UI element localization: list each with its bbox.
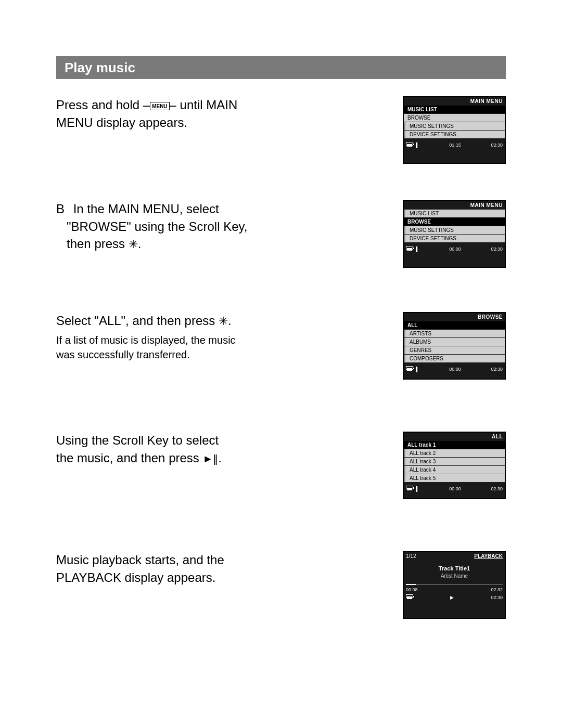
screen-a-battery: ▌ bbox=[406, 142, 419, 148]
screen-b-row-0: MUSIC LIST bbox=[404, 210, 505, 217]
step-d: Using the Scroll Key to selectthe music,… bbox=[56, 432, 506, 499]
screen-e-end-time: 02:32 bbox=[491, 587, 503, 592]
screen-e-title-right: PLAYBACK bbox=[474, 553, 503, 559]
screen-e-track-num: 1/12 bbox=[406, 553, 416, 559]
screen-b-total: 02:30 bbox=[491, 246, 503, 252]
screen-d-footer: ▌ 00:00 02:30 bbox=[404, 484, 505, 493]
screen-c-row-0: ALL bbox=[404, 321, 505, 329]
screen-b-footer: ▌ 00:00 02:30 bbox=[404, 244, 505, 253]
step-c-text: Select "ALL", and then press ✳. If a lis… bbox=[56, 312, 392, 362]
page-title-banner: Play music bbox=[56, 56, 506, 79]
screen-b-time: 00:00 bbox=[449, 246, 461, 252]
screen-a-row-2: MUSIC SETTINGS bbox=[404, 122, 505, 130]
center-key-icon-b: ✳ bbox=[129, 237, 138, 253]
screen-e-time-row: 00:08 02:32 bbox=[406, 587, 503, 592]
step-a-text: Press and hold –MENU– until MAINMENU dis… bbox=[56, 96, 392, 131]
screen-c-row-3: GENRES bbox=[404, 346, 505, 354]
step-b: B In the MAIN MENU, select "BROWSE" usin… bbox=[56, 200, 506, 268]
page-title: Play music bbox=[65, 60, 135, 76]
screen-e-battery-bottom bbox=[406, 594, 413, 600]
screen-a-footer: ▌ 01:15 02:30 bbox=[404, 140, 505, 149]
screen-c: BROWSE ALL ARTISTS ALBUMS GENRES COMPOSE… bbox=[403, 312, 506, 380]
screen-e-header: 1/12 PLAYBACK bbox=[404, 552, 505, 560]
step-b-paragraph: B In the MAIN MENU, select "BROWSE" usin… bbox=[56, 200, 392, 253]
screen-e-progress: 00:08 02:32 bbox=[404, 581, 505, 593]
menu-key-icon: MENU bbox=[150, 102, 169, 110]
step-a: Press and hold –MENU– until MAINMENU dis… bbox=[56, 96, 506, 164]
screen-d-row-2: ALL track 3 bbox=[404, 458, 505, 465]
screen-e-play-total: 02:30 bbox=[491, 595, 503, 600]
battery-icon-d bbox=[406, 486, 413, 489]
screen-d-row-4: ALL track 5 bbox=[404, 474, 505, 482]
screen-a: MAIN MENU MUSIC LIST BROWSE MUSIC SETTIN… bbox=[403, 96, 506, 164]
screen-e-progress-fill bbox=[406, 584, 416, 585]
screen-a-row-0: MUSIC LIST bbox=[404, 106, 505, 113]
battery-icon-c bbox=[406, 366, 413, 370]
screen-b-row-2: MUSIC SETTINGS bbox=[404, 226, 505, 234]
screen-e-play-row: ▶ 02:30 bbox=[404, 593, 505, 602]
screen-c-battery: ▌ bbox=[406, 366, 419, 372]
screen-a-row-3: DEVICE SETTINGS bbox=[404, 131, 505, 138]
screen-e-progress-bar bbox=[406, 584, 503, 585]
step-e-text: Music playback starts, and thePLAYBACK d… bbox=[56, 551, 392, 586]
step-e-paragraph: Music playback starts, and thePLAYBACK d… bbox=[56, 551, 392, 586]
center-key-icon-c: ✳ bbox=[219, 314, 228, 330]
screen-e-artist-name: Artist Name bbox=[406, 573, 503, 579]
step-b-text: B In the MAIN MENU, select "BROWSE" usin… bbox=[56, 200, 392, 253]
screen-b-row-3: DEVICE SETTINGS bbox=[404, 235, 505, 242]
step-c-sub: If a list of music is displayed, the mus… bbox=[56, 333, 392, 362]
battery-icon bbox=[406, 142, 413, 146]
screen-d-time: 00:00 bbox=[449, 486, 461, 491]
step-d-paragraph: Using the Scroll Key to selectthe music,… bbox=[56, 432, 392, 466]
step-a-paragraph: Press and hold –MENU– until MAINMENU dis… bbox=[56, 96, 392, 131]
screen-e: 1/12 PLAYBACK Track Title1 Artist Name 0… bbox=[403, 551, 506, 619]
screen-a-row-1: BROWSE bbox=[404, 114, 505, 122]
screen-b-header: MAIN MENU bbox=[404, 201, 505, 209]
screen-c-row-1: ARTISTS bbox=[404, 330, 505, 337]
screen-c-row-2: ALBUMS bbox=[404, 338, 505, 346]
screen-d-header: ALL bbox=[404, 433, 505, 440]
screen-c-time: 00:00 bbox=[449, 367, 461, 372]
screen-e-track-info: Track Title1 Artist Name bbox=[404, 560, 505, 581]
screen-c-footer: ▌ 00:00 02:30 bbox=[404, 365, 505, 373]
screen-b-battery: ▌ bbox=[406, 246, 419, 252]
screen-b-row-1: BROWSE bbox=[404, 218, 505, 226]
screen-c-header: BROWSE bbox=[404, 313, 505, 321]
screen-c-total: 02:30 bbox=[491, 367, 503, 372]
step-c: Select "ALL", and then press ✳. If a lis… bbox=[56, 312, 506, 380]
battery-icon-b bbox=[406, 246, 413, 250]
screen-a-header: MAIN MENU bbox=[404, 97, 505, 105]
step-b-letter: B bbox=[56, 202, 65, 216]
screen-d-row-0: ALL track 1 bbox=[404, 441, 505, 449]
screen-d-row-3: ALL track 4 bbox=[404, 466, 505, 474]
screen-c-row-4: COMPOSERS bbox=[404, 355, 505, 362]
screen-d-battery: ▌ bbox=[406, 486, 419, 491]
step-e: Music playback starts, and thePLAYBACK d… bbox=[56, 551, 506, 619]
screen-a-time: 01:15 bbox=[449, 142, 461, 148]
screen-a-total: 02:30 bbox=[491, 142, 503, 148]
battery-icon-e bbox=[406, 594, 413, 598]
step-d-text: Using the Scroll Key to selectthe music,… bbox=[56, 432, 392, 466]
screen-d-row-1: ALL track 2 bbox=[404, 449, 505, 457]
screen-e-current-time: 00:08 bbox=[406, 587, 418, 592]
screen-e-track-name: Track Title1 bbox=[406, 565, 503, 571]
screen-d-total: 02:30 bbox=[491, 486, 503, 491]
screen-b: MAIN MENU MUSIC LIST BROWSE MUSIC SETTIN… bbox=[403, 200, 506, 268]
step-c-main: Select "ALL", and then press ✳. bbox=[56, 312, 392, 330]
screen-d: ALL ALL track 1 ALL track 2 ALL track 3 … bbox=[403, 432, 506, 499]
screen-e-play-icon: ▶ bbox=[450, 595, 454, 600]
play-key-icon: ►‖ bbox=[202, 451, 218, 466]
